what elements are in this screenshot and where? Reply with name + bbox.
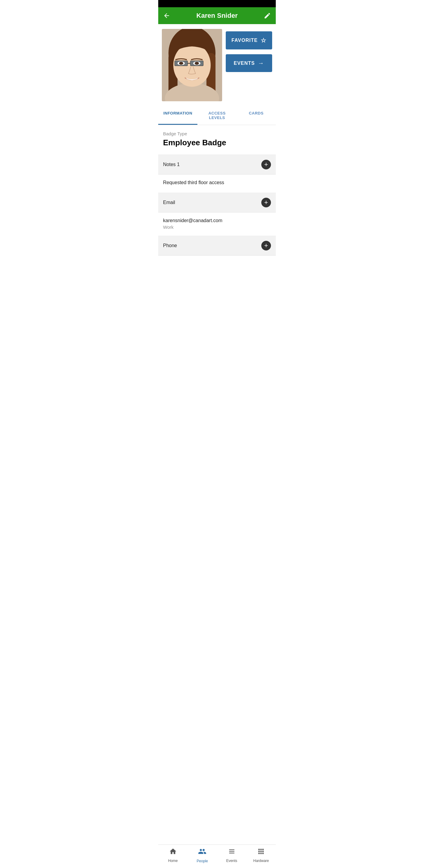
events-button[interactable]: EVENTS → xyxy=(226,54,272,72)
home-icon xyxy=(169,847,177,858)
page-title: Karen Snider xyxy=(170,12,264,20)
email-header: Email + xyxy=(158,193,276,213)
header: Karen Snider xyxy=(158,7,276,24)
content-area: Badge Type Employee Badge Notes 1 + Requ… xyxy=(158,125,276,280)
profile-section: FAVORITE ☆ EVENTS → xyxy=(158,24,276,106)
tabs-bar: INFORMATION ACCESS LEVELS CARDS xyxy=(158,106,276,125)
tab-access-levels[interactable]: ACCESS LEVELS xyxy=(197,106,237,125)
nav-hardware[interactable]: Hardware xyxy=(247,847,276,863)
status-bar xyxy=(158,0,276,7)
profile-photo xyxy=(162,29,222,101)
email-type: Work xyxy=(163,224,271,230)
events-label: EVENTS xyxy=(234,61,255,66)
hardware-icon xyxy=(257,847,265,858)
email-content: karensnider@canadart.com Work xyxy=(158,213,276,236)
edit-button[interactable] xyxy=(264,12,271,19)
badge-section: Badge Type Employee Badge xyxy=(158,125,276,155)
bottom-nav: Home People Events Hardware xyxy=(158,844,276,868)
tab-cards[interactable]: CARDS xyxy=(237,106,276,125)
badge-type-value: Employee Badge xyxy=(163,138,271,147)
badge-type-label: Badge Type xyxy=(163,131,271,136)
email-add-button[interactable]: + xyxy=(261,198,271,207)
email-label: Email xyxy=(163,200,175,205)
nav-events-label: Events xyxy=(226,859,237,863)
favorite-button[interactable]: FAVORITE ☆ xyxy=(226,31,272,50)
notes-label: Notes 1 xyxy=(163,162,180,167)
svg-point-15 xyxy=(195,62,199,65)
phone-label: Phone xyxy=(163,243,177,248)
phone-add-button[interactable]: + xyxy=(261,241,271,250)
nav-events[interactable]: Events xyxy=(217,847,247,863)
email-value: karensnider@canadart.com xyxy=(163,218,271,223)
nav-people[interactable]: People xyxy=(188,847,217,863)
arrow-right-icon: → xyxy=(258,60,264,67)
nav-home[interactable]: Home xyxy=(158,847,188,863)
notes-content: Requested third floor access xyxy=(158,175,276,193)
notes-section: Notes 1 + Requested third floor access xyxy=(158,155,276,193)
notes-header: Notes 1 + xyxy=(158,155,276,175)
tab-information[interactable]: INFORMATION xyxy=(158,106,197,125)
notes-add-button[interactable]: + xyxy=(261,160,271,169)
star-icon: ☆ xyxy=(261,37,267,44)
events-icon xyxy=(228,847,236,858)
svg-point-14 xyxy=(179,62,183,65)
notes-value: Requested third floor access xyxy=(163,180,271,185)
phone-section: Phone + xyxy=(158,236,276,255)
people-icon xyxy=(198,847,207,858)
phone-header: Phone + xyxy=(158,236,276,255)
nav-home-label: Home xyxy=(168,859,178,863)
email-section: Email + karensnider@canadart.com Work xyxy=(158,193,276,236)
nav-people-label: People xyxy=(197,859,208,863)
nav-hardware-label: Hardware xyxy=(253,859,269,863)
profile-actions: FAVORITE ☆ EVENTS → xyxy=(222,29,272,72)
back-button[interactable] xyxy=(163,12,170,19)
favorite-label: FAVORITE xyxy=(231,38,258,43)
